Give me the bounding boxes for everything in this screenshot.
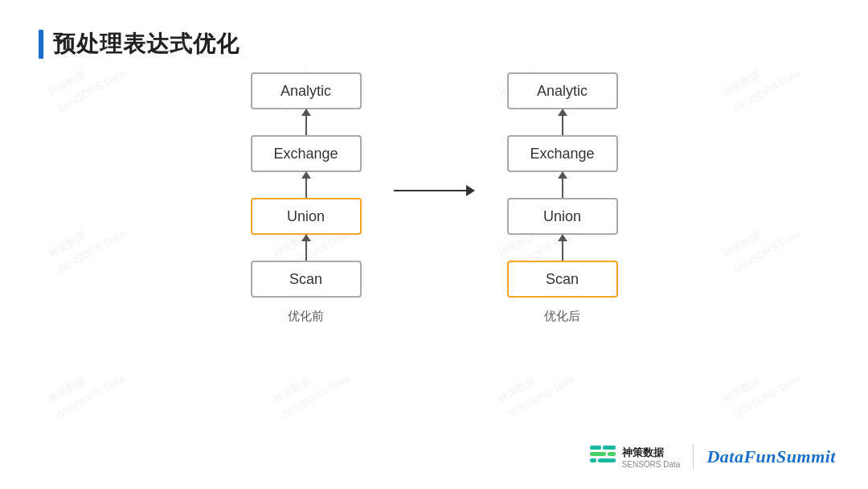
footer: 神策数据 SENSORS Data DataFunSummit bbox=[590, 444, 836, 470]
arrow-union-scan-before bbox=[305, 235, 307, 261]
node-scan-after-label: Scan bbox=[546, 271, 579, 288]
node-scan-before: Scan bbox=[251, 261, 362, 298]
node-analytic-after-label: Analytic bbox=[537, 83, 588, 100]
node-exchange-before-label: Exchange bbox=[273, 146, 338, 162]
node-exchange-after-label: Exchange bbox=[530, 146, 594, 162]
arrow-analytic-exchange-before bbox=[305, 109, 307, 135]
node-analytic-after: Analytic bbox=[507, 72, 618, 109]
node-scan-after: Scan bbox=[507, 261, 618, 298]
diagram-after-label: 优化后 bbox=[544, 309, 580, 324]
svg-rect-0 bbox=[590, 446, 601, 450]
footer-divider bbox=[693, 444, 694, 470]
wm12: 神策数据SENSORS Data bbox=[719, 353, 804, 424]
brand-section: 神策数据 SENSORS Data bbox=[590, 446, 681, 469]
wm11: 神策数据SENSORS Data bbox=[494, 353, 579, 424]
brand-name-cn: 神策数据 bbox=[622, 446, 681, 460]
nodes-column-before: Analytic Exchange Union Scan bbox=[251, 72, 362, 298]
wm9: 神策数据SENSORS Data bbox=[44, 353, 129, 424]
svg-rect-1 bbox=[603, 446, 616, 450]
arrow-union-scan-after bbox=[562, 235, 563, 261]
node-analytic-before: Analytic bbox=[251, 72, 362, 109]
wm10: 神策数据SENSORS Data bbox=[269, 353, 354, 424]
svg-rect-2 bbox=[590, 452, 606, 456]
diagram-before-label: 优化前 bbox=[288, 309, 324, 324]
node-analytic-before-label: Analytic bbox=[280, 83, 331, 100]
datafun-summit-text: DataFunSummit bbox=[706, 446, 836, 467]
arrow-analytic-exchange-after bbox=[562, 109, 563, 135]
transform-arrow bbox=[394, 185, 475, 196]
node-union-before-label: Union bbox=[287, 208, 325, 225]
node-union-after-label: Union bbox=[543, 208, 581, 225]
node-union-after: Union bbox=[507, 198, 618, 235]
node-union-before: Union bbox=[251, 198, 362, 235]
svg-rect-3 bbox=[608, 452, 616, 456]
brand-name-en: SENSORS Data bbox=[622, 460, 681, 469]
svg-rect-5 bbox=[598, 458, 616, 462]
nodes-column-after: Analytic Exchange Union Scan bbox=[507, 72, 618, 298]
header: 预处理表达式优化 bbox=[0, 0, 868, 60]
diagram-before: Analytic Exchange Union Scan 优化前 bbox=[251, 72, 362, 324]
h-arrow-head bbox=[466, 185, 475, 196]
slide: 神策数据SENSORS Data 神策数据SENSORS Data 神策数据SE… bbox=[0, 0, 868, 489]
node-exchange-after: Exchange bbox=[507, 135, 618, 172]
node-scan-before-label: Scan bbox=[289, 271, 322, 288]
brand-logo-icon bbox=[590, 446, 616, 468]
diagram-after: Analytic Exchange Union Scan 优化后 bbox=[507, 72, 618, 324]
arrow-exchange-union-before bbox=[305, 172, 307, 198]
header-accent-bar bbox=[39, 30, 43, 59]
svg-rect-4 bbox=[590, 458, 596, 462]
arrow-exchange-union-after bbox=[562, 172, 563, 198]
h-arrow-line bbox=[394, 190, 466, 191]
node-exchange-before: Exchange bbox=[251, 135, 362, 172]
brand-text-group: 神策数据 SENSORS Data bbox=[622, 446, 681, 469]
diagrams-wrapper: Analytic Exchange Union Scan 优化前 bbox=[0, 72, 868, 324]
page-title: 预处理表达式优化 bbox=[53, 29, 240, 60]
